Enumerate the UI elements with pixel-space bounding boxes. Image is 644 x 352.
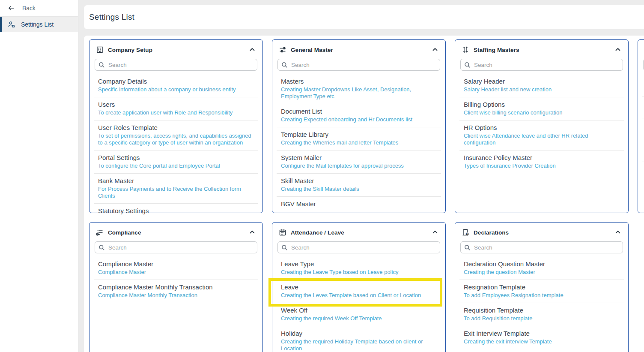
card-header	[638, 40, 644, 58]
item-subtitle: To set of permissions, access rights, an…	[98, 132, 254, 146]
item-portal-settings[interactable]: Portal Settings To configure the Core po…	[94, 150, 258, 173]
item-title: Holiday	[281, 330, 437, 337]
item-subtitle: Compliance Master	[98, 269, 254, 276]
card-items: Salary Header Salary Header list and new…	[455, 74, 628, 173]
item-title: Statutory Settings	[98, 207, 254, 215]
item-title: Insurance Policy Master	[464, 154, 620, 162]
item-title: Declaration Question Master	[464, 260, 620, 268]
item-billing-options[interactable]: Billing Options Client wise billing scen…	[459, 97, 624, 120]
building-icon	[96, 46, 104, 54]
item-user-roles-template[interactable]: User Roles Template To set of permission…	[94, 120, 258, 150]
sidebar-item-label: Settings List	[21, 21, 54, 28]
card-items: Masters Creating Master Dropdowns Like A…	[272, 74, 445, 213]
item-bank-master[interactable]: Bank Master For Process Payments and to …	[94, 173, 258, 203]
item-template-library[interactable]: Template Library Creating the Wherries m…	[277, 127, 441, 150]
item-title: Exit Interview Template	[464, 330, 620, 337]
list-item	[642, 118, 644, 140]
card-header[interactable]: Staffing Masters	[455, 40, 628, 58]
card-title: Company Setup	[108, 47, 152, 53]
item-holiday[interactable]: Holiday Creating the required Holiday Te…	[277, 326, 441, 352]
search-input[interactable]	[460, 241, 623, 253]
card-header[interactable]: General Master	[272, 40, 445, 58]
item-compliance-master[interactable]: Compliance Master Compliance Master	[94, 257, 258, 280]
card-title: Compliance	[108, 229, 141, 236]
item-title: Company Details	[98, 78, 254, 85]
item-title: Portal Settings	[98, 154, 254, 162]
item-title: Masters	[281, 78, 437, 85]
item-insurance-policy-master[interactable]: Insurance Policy Master Types of Insuran…	[459, 150, 624, 173]
item-subtitle: To create application user with Role and…	[98, 109, 254, 116]
item-hr-options[interactable]: HR Options Client wise Attendance leave …	[459, 120, 624, 150]
item-leave-type[interactable]: Leave Type Creating the Leave Type based…	[277, 257, 441, 280]
item-document-list[interactable]: Document List Creating Expected onboardi…	[277, 104, 441, 127]
item-title: Users	[98, 101, 254, 108]
back-button[interactable]: Back	[0, 0, 78, 17]
chevron-up-icon[interactable]	[614, 46, 621, 53]
item-salary-header[interactable]: Salary Header Salary Header list and new…	[459, 74, 624, 97]
item-skill-master[interactable]: Skill Master Creating the Skill Master d…	[277, 173, 441, 196]
sidebar-item-settings-list[interactable]: Settings List	[0, 17, 78, 32]
item-company-details[interactable]: Company Details Specific information abo…	[94, 74, 258, 97]
main-panel: Company Setup Company Details Specific i…	[84, 36, 644, 352]
item-subtitle: Creating the Leave Type based on Leave p…	[281, 269, 437, 276]
item-users[interactable]: Users To create application user with Ro…	[94, 97, 258, 120]
chevron-up-icon[interactable]	[432, 46, 438, 53]
search-input[interactable]	[95, 59, 257, 71]
search-icon	[464, 62, 471, 68]
item-exit-interview-template[interactable]: Exit Interview Template Creating the exi…	[459, 326, 624, 349]
chevron-up-icon[interactable]	[432, 229, 438, 236]
list-item	[642, 162, 644, 184]
item-title: User Roles Template	[98, 124, 254, 132]
item-system-mailer[interactable]: System Mailer Configure the Mail templat…	[277, 150, 441, 173]
item-title: Salary Header	[464, 78, 620, 85]
item-subtitle: Compliance Master Monthly Transaction	[98, 292, 254, 299]
item-title: Requisition Template	[464, 307, 620, 314]
settings-grid: Company Setup Company Details Specific i…	[89, 39, 644, 352]
card-compliance: Compliance Compliance Master Compliance …	[89, 222, 263, 352]
card-header[interactable]: Company Setup	[89, 40, 262, 58]
card-attendance-leave: Attendance / Leave Leave Type Creating t…	[272, 222, 446, 352]
card-company-setup: Company Setup Company Details Specific i…	[89, 39, 263, 213]
item-subtitle: Specific information about a company or …	[98, 86, 254, 93]
card-header[interactable]: ? Declarations	[455, 223, 628, 241]
item-title: Compliance Master	[98, 260, 254, 268]
item-masters[interactable]: Masters Creating Master Dropdowns Like A…	[277, 74, 441, 104]
item-leave[interactable]: Leave Creating the Leves Template based …	[277, 280, 441, 303]
card-items: Compliance Master Compliance Master Comp…	[89, 257, 262, 303]
item-compliance-master-monthly-transaction[interactable]: Compliance Master Monthly Transaction Co…	[94, 280, 258, 303]
card-general-master: General Master Masters Creating Master D…	[272, 39, 446, 213]
card-search	[460, 59, 623, 71]
search-icon	[98, 62, 105, 68]
partial-card	[638, 39, 644, 213]
card-search	[277, 59, 440, 71]
search-icon	[281, 244, 288, 251]
item-subtitle: For Process Payments and to Receive the …	[98, 186, 254, 199]
card-search	[95, 59, 257, 71]
item-requisition-template[interactable]: Requisition Template To add Requisition …	[459, 303, 624, 326]
search-input[interactable]	[460, 59, 623, 71]
item-subtitle: Creating Expected onboarding and Hr Docu…	[281, 116, 437, 123]
chevron-up-icon[interactable]	[249, 46, 256, 53]
list-add-icon	[96, 229, 104, 236]
item-title: Week Off	[281, 307, 437, 314]
search-input[interactable]	[95, 241, 257, 253]
item-title: Skill Master	[281, 177, 437, 185]
manage-accounts-icon	[8, 21, 15, 28]
item-resignation-template[interactable]: Resignation Template To add Employees Re…	[459, 280, 624, 303]
item-statutory-settings[interactable]: Statutory Settings	[94, 203, 258, 220]
card-header[interactable]: Compliance	[89, 223, 262, 241]
item-declaration-question-master[interactable]: Declaration Question Master Creating the…	[459, 257, 624, 280]
sliders-icon	[279, 46, 286, 54]
chevron-up-icon[interactable]	[249, 229, 256, 236]
declaration-icon: ?	[462, 229, 469, 236]
search-input[interactable]	[277, 241, 440, 253]
item-week-off[interactable]: Week Off Creating the required Week Off …	[277, 303, 441, 326]
item-title: Resignation Template	[464, 283, 620, 291]
item-bgv-master[interactable]: BGV Master	[277, 196, 441, 213]
item-subtitle: To add Requisition template	[464, 315, 620, 322]
card-header[interactable]: Attendance / Leave	[272, 223, 445, 241]
sidebar: Back Settings List	[0, 0, 78, 352]
chevron-up-icon[interactable]	[614, 229, 621, 236]
item-subtitle: Creating the exit interview Template	[464, 338, 620, 345]
search-input[interactable]	[277, 59, 440, 71]
